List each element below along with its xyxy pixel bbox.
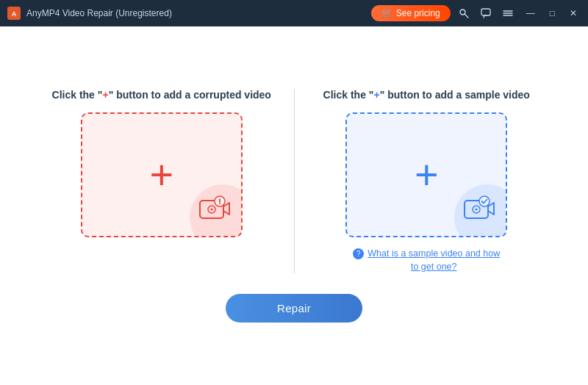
titlebar-title: AnyMP4 Video Repair (Unregistered) [26,8,172,18]
panels-container: Click the "+" button to add a corrupted … [29,89,559,273]
key-icon-button[interactable] [455,7,473,20]
titlebar-left: A AnyMP4 Video Repair (Unregistered) [7,7,172,20]
left-panel: Click the "+" button to add a corrupted … [29,89,294,237]
svg-point-13 [219,203,220,204]
add-corrupted-video-box[interactable]: + [81,112,243,237]
svg-point-9 [210,209,212,211]
right-panel: Click the "+" button to add a sample vid… [295,89,559,273]
camera-icon-corrupted [198,195,231,226]
repair-button[interactable]: Repair [226,294,362,323]
maximize-button[interactable]: □ [545,7,560,20]
left-panel-label: Click the "+" button to add a corrupted … [52,89,271,101]
plus-icon-red: + [149,154,173,195]
pricing-button[interactable]: 🛒 See pricing [371,5,451,21]
help-icon: ? [353,248,364,259]
app-icon: A [7,7,21,20]
chat-icon-button[interactable] [477,7,495,20]
svg-rect-4 [481,9,490,15]
left-plus-symbol: + [102,89,108,101]
help-link-text: What is a sample video and how to get on… [368,248,500,273]
right-plus-symbol: + [373,89,379,101]
close-button[interactable]: ✕ [564,7,582,20]
minimize-button[interactable]: — [521,7,540,20]
titlebar-right: 🛒 See pricing — □ ✕ [371,5,582,21]
svg-point-15 [476,209,478,211]
pricing-label: See pricing [396,8,440,18]
add-sample-video-box[interactable]: + [345,112,507,237]
svg-text:A: A [12,10,17,18]
svg-line-3 [465,14,468,18]
titlebar: A AnyMP4 Video Repair (Unregistered) 🛒 S… [0,0,588,26]
right-panel-label: Click the "+" button to add a sample vid… [323,89,530,101]
camera-icon-sample [463,195,495,226]
sample-video-help-link[interactable]: ? What is a sample video and how to get … [353,248,500,273]
menu-icon-button[interactable] [499,7,517,20]
svg-point-17 [479,196,490,206]
repair-btn-wrapper: Repair [226,294,362,323]
plus-icon-blue: + [415,154,439,195]
cart-icon: 🛒 [381,8,392,18]
main-content: Click the "+" button to add a corrupted … [0,26,588,385]
